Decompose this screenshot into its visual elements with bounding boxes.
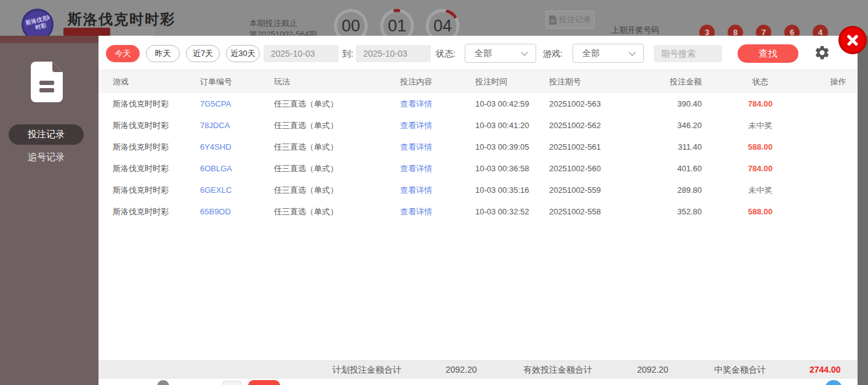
game-select[interactable]: 全部 xyxy=(573,44,644,63)
quick-range-button[interactable]: 今天 xyxy=(106,45,140,62)
pagination-button[interactable] xyxy=(248,380,280,385)
view-detail-link[interactable]: 查看详情 xyxy=(400,163,475,174)
cell-bet-period: 20251002-562 xyxy=(549,121,667,130)
cell-bet-period: 20251002-558 xyxy=(549,207,667,216)
cell-play-type: 任三直选（单式） xyxy=(274,206,400,217)
status-label: 状态: xyxy=(436,49,456,60)
pagination-control[interactable] xyxy=(157,380,169,385)
cell-bet-amount: 401.60 xyxy=(667,164,702,173)
table-header-row: 游戏订单编号玩法投注内容投注时间投注期号投注金额状态操作 xyxy=(98,70,858,93)
sidebar-item-1[interactable]: 追号记录 xyxy=(0,152,92,163)
cell-game: 斯洛伐克时时彩 xyxy=(113,99,200,110)
cell-play-type: 任三直选（单式） xyxy=(274,163,400,174)
lottery-title: 斯洛伐克时时彩 xyxy=(68,10,175,29)
page: 斯洛伐克时时彩 斯洛伐克时时彩 本期投注截止 第20251002-564期 00… xyxy=(0,0,868,385)
order-id-link[interactable]: 6OBLGA xyxy=(200,164,274,173)
table-row: 斯洛伐克时时彩6OBLGA任三直选（单式）查看详情10-03 00:36:582… xyxy=(98,158,858,179)
records-icon xyxy=(31,62,63,102)
cell-game: 斯洛伐克时时彩 xyxy=(113,142,200,153)
cell-bet-period: 20251002-560 xyxy=(549,164,667,173)
column-header: 状态 xyxy=(702,76,819,87)
cell-status: 588.00 xyxy=(702,207,819,216)
cell-bet-time: 10-03 00:32:52 xyxy=(475,207,549,216)
table-row: 斯洛伐克时时彩65B9OD任三直选（单式）查看详情10-03 00:32:522… xyxy=(98,201,858,222)
order-id-link[interactable]: 6GEXLC xyxy=(200,185,274,195)
cell-game: 斯洛伐克时时彩 xyxy=(113,120,200,131)
order-id-link[interactable]: 78JDCA xyxy=(200,121,274,130)
last-draw-label: 上期开奖号码 xyxy=(611,25,659,36)
gear-icon[interactable] xyxy=(814,44,830,61)
bet-records-modal: 今天昨天近7天近30天 到: 状态: 全部 游戏: 全部 查找 游戏订单编号玩法… xyxy=(98,36,858,385)
filter-bar: 今天昨天近7天近30天 到: 状态: 全部 游戏: 全部 查找 xyxy=(98,36,858,70)
order-id-link[interactable]: 65B9OD xyxy=(200,207,274,216)
plan-total-label: 计划投注金额合计 xyxy=(332,365,401,376)
cell-bet-amount: 390.40 xyxy=(667,99,702,108)
cell-bet-amount: 289.80 xyxy=(667,185,702,195)
order-id-link[interactable]: 6Y4SHD xyxy=(200,142,274,152)
cell-game: 斯洛伐克时时彩 xyxy=(113,185,200,196)
valid-total-label: 有效投注金额合计 xyxy=(523,365,592,376)
cell-bet-time: 10-03 00:42:59 xyxy=(475,99,549,108)
page-size-box[interactable] xyxy=(223,381,241,385)
table-row: 斯洛伐克时时彩7G5CPA任三直选（单式）查看详情10-03 00:42:592… xyxy=(98,93,858,115)
period-search-input[interactable] xyxy=(654,45,722,62)
cell-status: 未中奖 xyxy=(702,185,819,196)
table-row: 斯洛伐克时时彩6GEXLC任三直选（单式）查看详情10-03 00:35:162… xyxy=(98,179,858,201)
cell-game: 斯洛伐克时时彩 xyxy=(113,206,200,217)
bet-record-button[interactable]: 投注记录 xyxy=(545,10,595,29)
status-select-value: 全部 xyxy=(475,48,492,59)
sidebar-item-0[interactable]: 投注记录 xyxy=(9,124,84,145)
view-detail-link[interactable]: 查看详情 xyxy=(400,120,475,131)
dimmed-right-area xyxy=(858,36,868,385)
cell-status: 784.00 xyxy=(702,99,819,108)
column-header: 玩法 xyxy=(274,76,400,87)
summary-bar: 计划投注金额合计 2092.20 有效投注金额合计 2092.20 中奖金额合计… xyxy=(98,360,858,379)
bet-record-button-label: 投注记录 xyxy=(559,14,591,25)
cell-bet-time: 10-03 00:36:58 xyxy=(475,164,549,173)
cell-game: 斯洛伐克时时彩 xyxy=(113,163,200,174)
cell-bet-time: 10-03 00:39:05 xyxy=(475,142,549,152)
column-header: 订单编号 xyxy=(200,76,274,87)
order-id-link[interactable]: 7G5CPA xyxy=(200,99,274,108)
column-header: 投注内容 xyxy=(400,76,475,87)
deadline-label: 本期投注截止 xyxy=(249,18,297,29)
view-detail-link[interactable]: 查看详情 xyxy=(400,206,475,217)
header-gray-button[interactable] xyxy=(112,28,154,36)
table-row: 斯洛伐克时时彩78JDCA任三直选（单式）查看详情10-03 00:41:202… xyxy=(98,115,858,136)
cell-play-type: 任三直选（单式） xyxy=(274,142,400,153)
customer-service-button[interactable] xyxy=(825,380,842,385)
win-total-value: 2744.00 xyxy=(810,365,841,375)
cell-play-type: 任三直选（单式） xyxy=(274,120,400,131)
to-label: 到: xyxy=(342,49,353,60)
date-from-input[interactable] xyxy=(263,45,339,62)
chevron-down-icon xyxy=(521,49,528,55)
document-icon xyxy=(549,15,557,25)
header-red-button[interactable] xyxy=(63,28,110,36)
cell-bet-amount: 346.20 xyxy=(667,121,702,130)
column-header: 投注时间 xyxy=(475,76,549,87)
cell-play-type: 任三直选（单式） xyxy=(274,99,400,110)
game-select-value: 全部 xyxy=(582,48,600,59)
chevron-down-icon xyxy=(629,49,635,55)
cell-bet-amount: 352.80 xyxy=(667,207,702,216)
cell-bet-amount: 311.40 xyxy=(667,142,702,152)
table-row: 斯洛伐克时时彩6Y4SHD任三直选（单式）查看详情10-03 00:39:052… xyxy=(98,136,858,158)
column-header: 投注期号 xyxy=(549,76,667,87)
date-to-input[interactable] xyxy=(356,45,431,62)
quick-range-button[interactable]: 昨天 xyxy=(146,45,180,62)
close-button[interactable] xyxy=(838,26,867,54)
quick-range-button[interactable]: 近30天 xyxy=(226,45,260,62)
column-header: 投注金额 xyxy=(667,76,702,87)
quick-range-button[interactable]: 近7天 xyxy=(186,45,220,62)
cell-bet-time: 10-03 00:35:16 xyxy=(475,185,549,195)
status-select[interactable]: 全部 xyxy=(465,44,536,63)
view-detail-link[interactable]: 查看详情 xyxy=(400,185,475,196)
lottery-logo-text: 斯洛伐克时时彩 xyxy=(25,14,54,33)
view-detail-link[interactable]: 查看详情 xyxy=(400,99,475,110)
search-button[interactable]: 查找 xyxy=(737,44,798,63)
cell-status: 588.00 xyxy=(702,142,819,152)
modal-sidebar: 投注记录追号记录 xyxy=(0,36,98,385)
plan-total-value: 2092.20 xyxy=(446,365,477,375)
site-header: 斯洛伐克时时彩 斯洛伐克时时彩 本期投注截止 第20251002-564期 00… xyxy=(0,0,868,36)
view-detail-link[interactable]: 查看详情 xyxy=(400,142,475,153)
